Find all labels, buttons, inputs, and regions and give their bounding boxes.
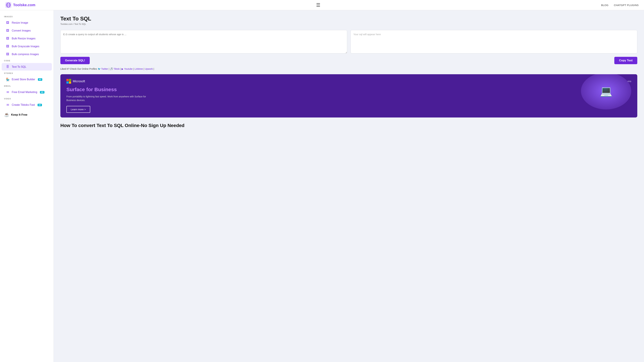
layout: IMAGES 🖼 Resize Image 🖼 Convert Images 🖼… [0,10,644,362]
breadcrumb-current: Text To SQL [74,23,86,25]
sidebar-item-email-marketing[interactable]: ✉ Free Email Marketing AD [2,88,52,96]
ms-sq-yellow [69,81,71,84]
sidebar-label-email-marketing: Free Email Marketing [12,91,37,94]
breadcrumb: Toolske.com / Text To SQL [60,23,637,25]
sidebar-item-tiktoks[interactable]: ✉ Create Tiktoks Fast AD [2,101,52,109]
sidebar-label-text-to-sql: Text To SQL [12,65,26,68]
nav-blog[interactable]: BLOG [601,4,608,6]
laptop-image: 💻 [581,74,631,109]
social-text: Liked It? Check Our Online Profiles [60,67,97,70]
ad-badge-tiktok: AD [38,104,42,106]
how-to-title: How To convert Text To SQL Online-No Sig… [60,123,637,128]
main-content: Text To SQL Toolske.com / Text To SQL Yo… [54,10,644,362]
sidebar-section-stores: STORES [0,71,54,75]
sidebar-item-ecwid[interactable]: 🏪 Ecwid Store Builder AD [2,76,52,83]
sidebar-item-convert-images[interactable]: 🖼 Convert Images [2,27,52,34]
sidebar-label-bulk-compress: Bulk compress Images [12,53,39,56]
buttons-row: Generate SQL! Copy Text [60,57,637,64]
tool-area: Your sql will appear here [60,30,637,53]
sidebar-section-email: EMAIL [0,84,54,88]
learn-more-button[interactable]: Learn more > [66,106,90,113]
breadcrumb-home[interactable]: Toolske.com [60,23,72,25]
sql-input[interactable] [60,30,347,53]
ms-sq-green [69,79,71,81]
keep-free-label: Keep It Free [11,113,27,116]
ms-sq-blue [66,81,68,84]
logo-text: Toolske.com [13,3,36,7]
copy-text-button[interactable]: Copy Text [614,57,637,64]
sidebar-section-video: VIDEO [0,96,54,101]
sidebar-section-images: IMAGES [0,14,54,18]
store-icon: 🏪 [6,78,10,81]
ms-logo: Microsoft [66,79,85,84]
header: Toolske.com ☰ BLOG CHATGPT PLUGINS [0,0,644,10]
video-icon: ✉ [6,103,10,107]
ms-header: Microsoft Free shipping and free returns [66,79,631,84]
ms-sq-red [66,79,68,81]
ad-banner-left: Microsoft Free shipping and free returns… [66,79,631,113]
social-row: Liked It? Check Our Online Profiles 🐦 Tw… [60,67,637,70]
sidebar-item-resize-image[interactable]: 🖼 Resize Image [2,19,52,26]
email-icon: ✉ [6,90,10,94]
keep-it-free: ☕ Keep It Free [0,109,54,119]
ad-banner: Microsoft Free shipping and free returns… [60,74,637,117]
image-icon-bulk-grayscale: 🖼 [6,44,10,48]
coffee-icon: ☕ [4,112,10,117]
social-tiktok[interactable]: 🎵 Tiktok [110,67,120,70]
page-title: Text To SQL [60,15,637,22]
generate-sql-button[interactable]: Generate SQL! [60,57,90,64]
ms-name: Microsoft [73,80,85,83]
ad-badge-email: AD [40,91,44,93]
image-icon-convert: 🖼 [6,29,10,32]
logo-icon [5,2,12,8]
sidebar-label-convert-images: Convert Images [12,29,31,32]
sidebar-label-bulk-grayscale: Bulk Grayscale Images [12,45,40,48]
ms-description: From portability to lightning fast speed… [66,95,150,102]
sidebar-label-tiktoks: Create Tiktoks Fast [12,103,35,106]
social-linktree[interactable]: Linktree [134,67,143,70]
hamburger-button[interactable]: ☰ [316,2,320,8]
sidebar-label-ecwid: Ecwid Store Builder [12,78,35,81]
social-twitter[interactable]: 🐦 Twitter [98,67,108,70]
ad-badge-ecwid: AD [38,78,42,81]
sidebar-item-bulk-resize[interactable]: 🖼 Bulk Resize Images [2,35,52,42]
sql-output: Your sql will appear here [350,30,637,53]
breadcrumb-separator: / [73,23,74,25]
nav-chatgpt[interactable]: CHATGPT PLUGINS [614,4,639,6]
nav-links: BLOG CHATGPT PLUGINS [601,4,639,6]
sidebar-section-code: CODE [0,58,54,63]
social-youtube[interactable]: ▶ Youtube [122,67,133,70]
image-icon-bulk-compress: 🖼 [6,52,10,56]
sidebar: IMAGES 🖼 Resize Image 🖼 Convert Images 🖼… [0,10,54,362]
ms-title: Surface for Business [66,87,631,92]
sidebar-item-text-to-sql[interactable]: 🗄 Text To SQL [2,63,52,70]
image-icon-resize: 🖼 [6,21,10,24]
sidebar-item-bulk-grayscale[interactable]: 🖼 Bulk Grayscale Images [2,42,52,50]
logo-area: Toolske.com [5,2,36,8]
sidebar-label-bulk-resize: Bulk Resize Images [12,37,36,40]
sidebar-item-bulk-compress[interactable]: 🖼 Bulk compress Images [2,50,52,58]
db-icon: 🗄 [6,65,10,68]
image-icon-bulk-resize: 🖼 [6,37,10,40]
sidebar-label-resize-image: Resize Image [12,21,28,24]
ad-image: 💻 [581,74,631,109]
social-upwork[interactable]: Upwork [145,67,153,70]
ms-logo-squares [66,79,71,84]
